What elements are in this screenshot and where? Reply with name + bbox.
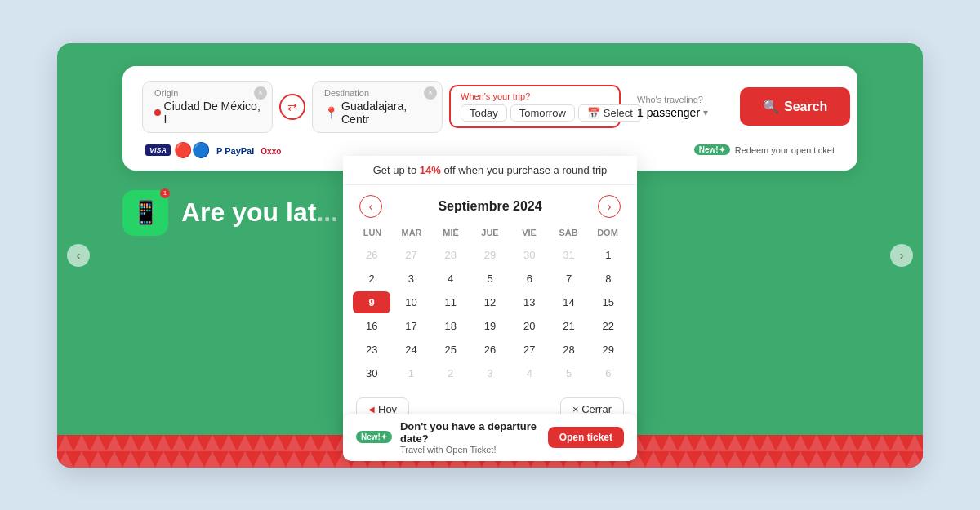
cal-day[interactable]: 21 (550, 315, 587, 337)
cal-day[interactable]: 26 (471, 339, 509, 361)
search-panel: Origin Ciudad De México, I × ⇄ Destinati… (122, 66, 858, 171)
promo-bar: Get up to 14% off when you purchase a ro… (343, 156, 637, 185)
destination-box[interactable]: Destination 📍 Guadalajara, Centr × (312, 81, 443, 133)
cal-day[interactable]: 13 (510, 291, 548, 313)
calendar-header: ‹ Septiembre 2024 › (343, 185, 637, 224)
cal-day[interactable]: 24 (392, 339, 430, 361)
cal-day[interactable]: 1 (590, 244, 627, 266)
origin-box[interactable]: Origin Ciudad De México, I × (142, 81, 273, 133)
new-badge: New!✦ (694, 144, 730, 155)
cal-day[interactable]: 26 (353, 244, 390, 266)
cal-day[interactable]: 19 (471, 315, 509, 337)
calendar-prev-button[interactable]: ‹ (359, 195, 382, 218)
main-background: ‹ › Origin Ciudad De México, I × ⇄ De (57, 43, 923, 468)
cal-day[interactable]: 7 (550, 268, 587, 290)
cal-day[interactable]: 27 (392, 244, 430, 266)
cal-day[interactable]: 6 (510, 268, 548, 290)
travelers-value: 1 passenger (637, 106, 700, 119)
cal-day[interactable]: 3 (471, 362, 509, 384)
cal-day[interactable]: 6 (590, 362, 627, 384)
tomorrow-button[interactable]: Tomorrow (510, 104, 575, 122)
open-ticket-question: Don't you have a departure date? (400, 420, 540, 445)
open-ticket-search-text: Redeem your open ticket (735, 145, 835, 155)
cal-day[interactable]: 29 (590, 339, 627, 361)
search-button[interactable]: 🔍 Search (740, 87, 850, 126)
cal-day[interactable]: 4 (432, 268, 470, 290)
travelers-label: Who's traveling? (637, 95, 724, 104)
cal-day-today[interactable]: 9 (353, 291, 390, 313)
cal-day[interactable]: 27 (510, 339, 548, 361)
cal-day[interactable]: 28 (432, 244, 470, 266)
cal-day[interactable]: 23 (353, 339, 390, 361)
calendar-next-button[interactable]: › (598, 195, 621, 218)
cal-day[interactable]: 30 (353, 362, 390, 384)
today-button[interactable]: Today (461, 104, 507, 122)
visa-logo: VISA 🔴🔵 (145, 141, 210, 159)
swap-button[interactable]: ⇄ (279, 94, 305, 120)
cal-day[interactable]: 28 (550, 339, 587, 361)
notification-dot: 1 (160, 188, 170, 198)
next-slide-arrow[interactable]: › (890, 244, 913, 267)
origin-label: Origin (154, 88, 261, 98)
origin-clear-button[interactable]: × (254, 86, 267, 100)
cal-day[interactable]: 29 (471, 244, 509, 266)
browser-frame: ‹ › Origin Ciudad De México, I × ⇄ De (57, 43, 923, 468)
paypal-logo: P PayPal (216, 143, 254, 157)
promo-pct: 14% (420, 164, 441, 176)
calendar-grid: LUN MAR MIÉ JUE VIE SÁB DOM 26 27 28 29 … (343, 224, 637, 391)
trip-date-box: When's your trip? Today Tomorrow 📅 Selec… (449, 85, 621, 128)
cal-day[interactable]: 3 (392, 268, 430, 290)
cal-day[interactable]: 2 (432, 362, 470, 384)
cal-day[interactable]: 1 (392, 362, 430, 384)
cal-day[interactable]: 14 (550, 291, 587, 313)
cal-day[interactable]: 20 (510, 315, 548, 337)
destination-label: Destination (324, 88, 430, 98)
trip-label: When's your trip? (461, 91, 609, 101)
destination-value: 📍 Guadalajara, Centr (324, 100, 430, 126)
cal-day[interactable]: 4 (510, 362, 548, 384)
prev-slide-arrow[interactable]: ‹ (67, 244, 90, 267)
origin-dot (154, 109, 161, 116)
mastercard-logo: 🔴🔵 (174, 141, 210, 159)
cal-day[interactable]: 5 (471, 268, 509, 290)
origin-value: Ciudad De México, I (154, 100, 261, 126)
calendar-days: 26 27 28 29 30 31 1 2 3 4 5 6 7 8 9 (353, 244, 627, 384)
whatsapp-promo-area: 📱 1 Are you lat... (122, 190, 338, 236)
cal-day[interactable]: 16 (353, 315, 390, 337)
whatsapp-icon: 📱 1 (122, 190, 168, 236)
cal-day[interactable]: 8 (590, 268, 627, 290)
calendar-month-year: Septiembre 2024 (438, 199, 541, 214)
calendar-day-names: LUN MAR MIÉ JUE VIE SÁB DOM (353, 224, 627, 241)
cal-day[interactable]: 30 (510, 244, 548, 266)
whatsapp-heading: Are you lat... (181, 197, 338, 228)
cal-day[interactable]: 2 (353, 268, 390, 290)
cal-day[interactable]: 25 (432, 339, 470, 361)
calendar-dropdown: Get up to 14% off when you purchase a ro… (343, 156, 637, 431)
travelers-chevron-icon: ▾ (703, 107, 708, 118)
promo-text: Get up to 14% off when you purchase a ro… (373, 164, 608, 176)
cal-day[interactable]: 11 (432, 291, 470, 313)
open-ticket-info: Don't you have a departure date? Travel … (400, 420, 540, 455)
cal-day[interactable]: 17 (392, 315, 430, 337)
cal-day[interactable]: 10 (392, 291, 430, 313)
calendar-icon: 📅 (587, 107, 600, 119)
open-ticket-subtitle: Travel with Open Ticket! (400, 445, 540, 455)
search-icon: 🔍 (763, 99, 779, 114)
open-ticket-notif: New!✦ Redeem your open ticket (694, 144, 835, 155)
destination-clear-button[interactable]: × (424, 86, 437, 100)
open-ticket-banner: New!✦ Don't you have a departure date? T… (343, 414, 637, 461)
travelers-box[interactable]: Who's traveling? 1 passenger ▾ (627, 90, 733, 124)
open-ticket-new-badge: New!✦ (356, 431, 392, 443)
cal-day[interactable]: 31 (550, 244, 587, 266)
oxxo-logo: Oxxo (261, 143, 281, 157)
cal-day[interactable]: 22 (590, 315, 627, 337)
destination-pin-icon: 📍 (324, 106, 338, 119)
cal-day[interactable]: 18 (432, 315, 470, 337)
cal-day[interactable]: 15 (590, 291, 627, 313)
open-ticket-button[interactable]: Open ticket (548, 427, 624, 448)
cal-day[interactable]: 12 (471, 291, 509, 313)
cal-day[interactable]: 5 (550, 362, 587, 384)
